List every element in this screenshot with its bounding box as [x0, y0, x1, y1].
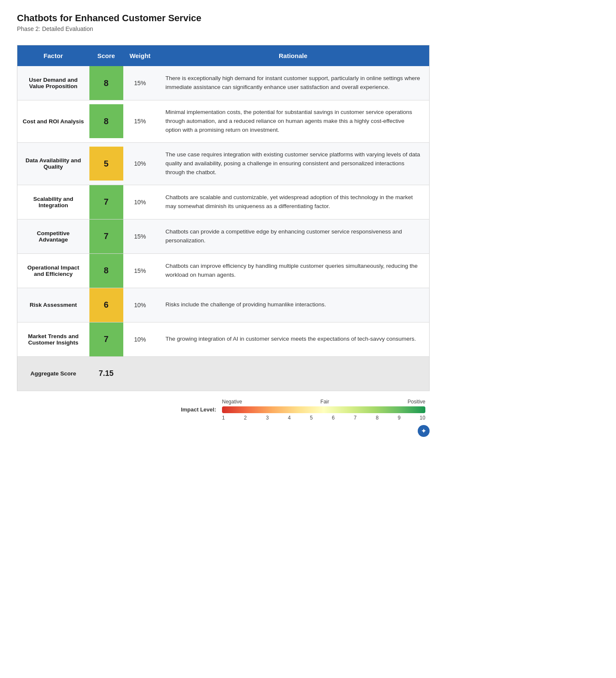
- score-box: 7: [89, 322, 123, 356]
- table-row: Cost and ROI Analysis815%Minimal impleme…: [17, 100, 430, 143]
- rationale-cell: The use case requires integration with e…: [157, 142, 430, 185]
- score-box: 7: [89, 185, 123, 219]
- factor-cell: Risk Assessment: [17, 288, 89, 322]
- aggregate-score-box: 7.15: [89, 357, 123, 391]
- score-cell: 7: [89, 185, 123, 219]
- score-cell: 8: [89, 66, 123, 100]
- factor-cell: User Demand and Value Proposition: [17, 66, 89, 100]
- aggregate-rationale: [157, 356, 430, 391]
- weight-cell: 10%: [123, 142, 157, 185]
- aggregate-weight: [123, 356, 157, 391]
- rationale-header: Rationale: [157, 45, 430, 67]
- brand-logo: ✦: [418, 425, 430, 437]
- weight-cell: 15%: [123, 219, 157, 253]
- legend-number: 10: [420, 415, 425, 421]
- score-cell: 5: [89, 142, 123, 185]
- rationale-cell: The growing integration of AI in custome…: [157, 322, 430, 356]
- score-box: 6: [89, 288, 123, 322]
- factor-cell: Scalability and Integration: [17, 185, 89, 219]
- table-row: Market Trends and Customer Insights710%T…: [17, 322, 430, 356]
- score-header: Score: [89, 45, 123, 67]
- weight-cell: 15%: [123, 253, 157, 288]
- legend-number: 2: [244, 415, 247, 421]
- factor-cell: Competitive Advantage: [17, 219, 89, 253]
- rationale-cell: There is exceptionally high demand for i…: [157, 66, 430, 100]
- table-row: Operational Impact and Efficiency815%Cha…: [17, 253, 430, 288]
- table-header-row: Factor Score Weight Rationale: [17, 45, 430, 67]
- factor-cell: Data Availability and Quality: [17, 142, 89, 185]
- table-row: Competitive Advantage715%Chatbots can pr…: [17, 219, 430, 253]
- table-row: Scalability and Integration710%Chatbots …: [17, 185, 430, 219]
- page-subtitle: Phase 2: Detailed Evaluation: [17, 25, 430, 32]
- rationale-cell: Minimal implementation costs, the potent…: [157, 100, 430, 143]
- table-row: User Demand and Value Proposition815%The…: [17, 66, 430, 100]
- score-box: 8: [89, 66, 123, 100]
- weight-header: Weight: [123, 45, 157, 67]
- factor-cell: Cost and ROI Analysis: [17, 100, 89, 143]
- legend-container: Impact Level: Negative Fair Positive 123…: [17, 399, 430, 421]
- legend-label: Impact Level:: [181, 406, 216, 413]
- legend-number: 5: [310, 415, 313, 421]
- page-title: Chatbots for Enhanced Customer Service: [17, 13, 430, 24]
- rationale-cell: Risks include the challenge of providing…: [157, 288, 430, 322]
- legend-labels-top: Negative Fair Positive: [222, 399, 425, 405]
- legend-positive: Positive: [408, 399, 425, 405]
- aggregate-row: Aggregate Score7.15: [17, 356, 430, 391]
- rationale-cell: Chatbots are scalable and customizable, …: [157, 185, 430, 219]
- legend-number: 7: [354, 415, 357, 421]
- score-cell: 6: [89, 288, 123, 322]
- legend-number: 3: [266, 415, 269, 421]
- weight-cell: 10%: [123, 185, 157, 219]
- weight-cell: 15%: [123, 66, 157, 100]
- legend-number: 8: [376, 415, 379, 421]
- score-cell: 7: [89, 219, 123, 253]
- score-box: 8: [89, 104, 123, 138]
- rationale-cell: Chatbots can provide a competitive edge …: [157, 219, 430, 253]
- score-box: 5: [89, 147, 123, 181]
- score-cell: 7: [89, 322, 123, 356]
- weight-cell: 10%: [123, 322, 157, 356]
- table-row: Data Availability and Quality510%The use…: [17, 142, 430, 185]
- factor-header: Factor: [17, 45, 89, 67]
- aggregate-label: Aggregate Score: [17, 356, 89, 391]
- factor-cell: Operational Impact and Efficiency: [17, 253, 89, 288]
- factor-cell: Market Trends and Customer Insights: [17, 322, 89, 356]
- score-cell: 8: [89, 253, 123, 288]
- legend-number: 1: [222, 415, 225, 421]
- score-cell: 8: [89, 100, 123, 143]
- weight-cell: 10%: [123, 288, 157, 322]
- legend-fair: Fair: [320, 399, 329, 405]
- aggregate-score: 7.15: [89, 356, 123, 391]
- logo-area: ✦: [17, 421, 430, 437]
- legend-number: 4: [288, 415, 291, 421]
- score-box: 8: [89, 254, 123, 288]
- rationale-cell: Chatbots can improve efficiency by handl…: [157, 253, 430, 288]
- legend-wrapper: Negative Fair Positive 12345678910: [222, 399, 425, 421]
- legend-bar: [222, 406, 425, 413]
- legend-negative: Negative: [222, 399, 242, 405]
- legend-number: 6: [332, 415, 335, 421]
- legend-numbers: 12345678910: [222, 415, 425, 421]
- weight-cell: 15%: [123, 100, 157, 143]
- table-row: Risk Assessment610%Risks include the cha…: [17, 288, 430, 322]
- legend-number: 9: [398, 415, 401, 421]
- evaluation-table: Factor Score Weight Rationale User Deman…: [17, 45, 430, 391]
- score-box: 7: [89, 220, 123, 253]
